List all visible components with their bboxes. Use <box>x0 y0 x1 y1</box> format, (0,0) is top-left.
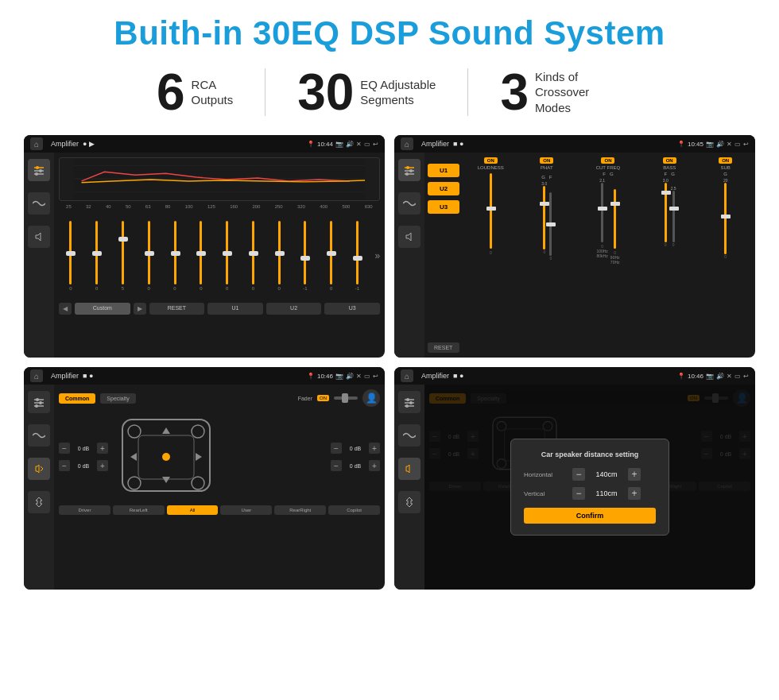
sub-on[interactable]: ON <box>719 157 732 164</box>
fader-all-btn[interactable]: All <box>167 505 219 515</box>
u2-btn[interactable]: U2 <box>428 182 459 195</box>
eq-slider-12[interactable]: -1 <box>346 221 370 291</box>
dialog-vertical-plus[interactable]: + <box>628 487 641 500</box>
eq-track-9[interactable] <box>278 221 281 284</box>
fader-tab-specialty[interactable]: Specialty <box>100 393 135 404</box>
fader-left-controls: − 0 dB + − 0 dB + <box>59 443 108 471</box>
eq-slider-4[interactable]: 0 <box>137 221 161 291</box>
eq-track-4[interactable] <box>148 221 150 284</box>
fader-user-btn[interactable]: User <box>220 505 272 515</box>
eq-track-6[interactable] <box>200 221 202 284</box>
eq-u1-btn[interactable]: U1 <box>207 303 263 315</box>
eq-slider-6[interactable]: 0 <box>189 221 213 291</box>
eq-slider-11[interactable]: 0 <box>320 221 343 291</box>
fader-slider[interactable] <box>334 396 358 400</box>
home-icon[interactable] <box>30 137 43 150</box>
eq-track-10[interactable] <box>304 221 306 284</box>
eq-slider-2[interactable]: 0 <box>85 221 109 291</box>
cutfreq-track-f[interactable] <box>601 183 603 242</box>
fader-tab-common[interactable]: Common <box>59 393 95 404</box>
fader-copilot-btn[interactable]: Copilot <box>328 505 380 515</box>
crossover-speaker-btn[interactable] <box>398 226 421 248</box>
fader-wave-btn[interactable] <box>28 424 50 447</box>
distance-home-icon[interactable] <box>401 369 413 382</box>
cutfreq-track-g[interactable] <box>614 189 616 249</box>
eq-reset-btn[interactable]: RESET <box>149 303 205 315</box>
phat-on[interactable]: ON <box>540 157 553 164</box>
eq-u2-btn[interactable]: U2 <box>266 303 322 315</box>
freq-100: 100 <box>185 204 193 209</box>
eq-prev-btn[interactable]: ◀ <box>59 303 72 315</box>
phat-track-f[interactable] <box>549 192 552 256</box>
fader-fl-minus[interactable]: − <box>59 443 70 454</box>
fader-speaker-btn[interactable] <box>28 458 50 480</box>
crossover-filter-btn[interactable] <box>398 159 421 181</box>
dialog-horizontal-plus[interactable]: + <box>628 468 641 481</box>
eq-next-btn[interactable]: ▶ <box>134 303 146 315</box>
bass-on[interactable]: ON <box>663 157 676 164</box>
eq-slider-10[interactable]: -1 <box>293 221 317 291</box>
eq-track-8[interactable] <box>252 221 254 284</box>
fader-rr-minus[interactable]: − <box>331 460 342 471</box>
eq-filter-btn[interactable] <box>28 159 50 181</box>
distance-arrows-btn[interactable] <box>398 491 421 513</box>
eq-wave-btn[interactable] <box>28 192 50 215</box>
phat-track-g[interactable] <box>543 186 545 249</box>
crossover-reset-btn[interactable]: RESET <box>428 342 459 353</box>
fader-driver-btn[interactable]: Driver <box>59 505 110 515</box>
eq-slider-8[interactable]: 0 <box>241 221 265 291</box>
crossover-wave-btn[interactable] <box>398 192 421 215</box>
fader-rr-plus[interactable]: + <box>369 460 380 471</box>
u1-btn[interactable]: U1 <box>428 164 459 177</box>
sub-track[interactable] <box>724 183 727 254</box>
fader-rl-plus[interactable]: + <box>97 460 108 471</box>
dialog-horizontal-minus[interactable]: − <box>572 468 585 481</box>
fader-right-controls: − 0 dB + − 0 dB + <box>331 443 380 471</box>
fader-filter-btn[interactable] <box>28 391 50 413</box>
fader-rearleft-btn[interactable]: RearLeft <box>113 505 165 515</box>
distance-filter-btn[interactable] <box>398 391 421 413</box>
fader-screen: Amplifier ■ ● 📍 10:46 📷 🔊 ✕ ▭ ↩ <box>24 367 385 590</box>
distance-speaker-btn[interactable] <box>398 458 421 480</box>
dialog-vertical-minus[interactable]: − <box>572 487 585 500</box>
fader-profile-icon[interactable]: 👤 <box>362 389 380 407</box>
eq-more-icon[interactable]: » <box>374 250 380 261</box>
eq-slider-1[interactable]: 0 <box>59 221 83 291</box>
eq-track-7[interactable] <box>226 221 228 284</box>
fader-fr-plus[interactable]: + <box>369 443 380 454</box>
svg-point-4 <box>39 169 42 172</box>
fader-fr-minus[interactable]: − <box>331 443 342 454</box>
crossover-home-icon[interactable] <box>401 137 413 150</box>
fader-arrows-btn[interactable] <box>28 491 50 513</box>
fader-fl-plus[interactable]: + <box>97 443 108 454</box>
eq-track-5[interactable] <box>174 221 176 284</box>
eq-track-3[interactable] <box>122 221 124 284</box>
stat-crossover: 3 Kinds ofCrossover Modes <box>468 67 654 118</box>
eq-track-2[interactable] <box>95 221 98 284</box>
distance-wave-btn[interactable] <box>398 424 421 447</box>
loudness-on[interactable]: ON <box>484 157 498 164</box>
cutfreq-on[interactable]: ON <box>601 157 614 164</box>
eq-slider-3[interactable]: 5 <box>111 221 135 291</box>
eq-u3-btn[interactable]: U3 <box>324 303 380 315</box>
bass-track-f[interactable] <box>665 183 667 242</box>
fader-rl-minus[interactable]: − <box>59 460 70 471</box>
confirm-button[interactable]: Confirm <box>524 508 656 524</box>
fader-on-badge[interactable]: ON <box>317 395 329 401</box>
fader-rearright-btn[interactable]: RearRight <box>274 505 326 515</box>
eq-preset-custom[interactable]: Custom <box>75 303 130 315</box>
bass-track-g[interactable] <box>672 191 675 242</box>
eq-track-11[interactable] <box>330 221 332 284</box>
eq-track-1[interactable] <box>69 221 72 284</box>
eq-speaker-btn[interactable] <box>28 226 50 248</box>
eq-slider-9[interactable]: 0 <box>267 221 291 291</box>
eq-slider-7[interactable]: 0 <box>215 221 239 291</box>
eq-slider-5[interactable]: 0 <box>163 221 187 291</box>
fader-home-icon[interactable] <box>30 369 43 382</box>
eq-screen: Amplifier ● ▶ 📍 10:44 📷 🔊 ✕ ▭ ↩ <box>24 135 385 358</box>
cutfreq-label: CUT FREQ <box>596 165 621 170</box>
eq-track-12[interactable] <box>356 221 358 284</box>
u3-btn[interactable]: U3 <box>428 200 459 214</box>
fader-close-icon: ✕ <box>356 373 362 380</box>
loudness-track[interactable] <box>490 173 492 249</box>
